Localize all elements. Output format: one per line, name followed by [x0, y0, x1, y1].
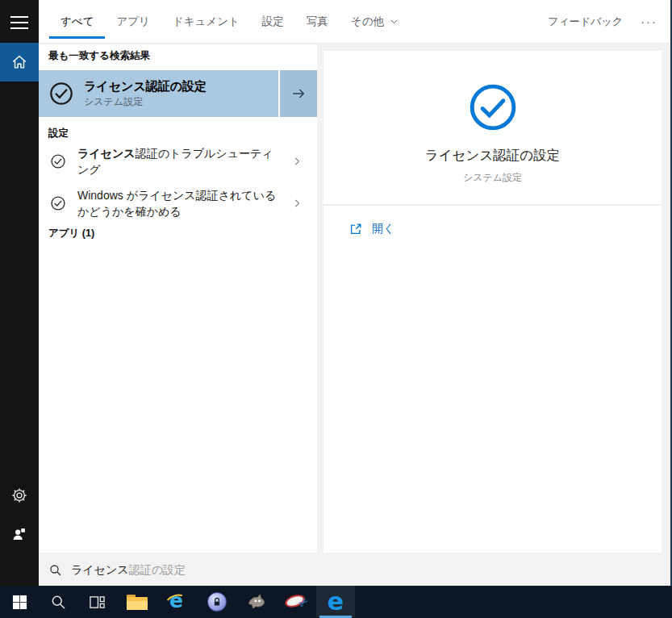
- check-circle-icon: [50, 195, 66, 211]
- tab-all[interactable]: すべて: [49, 0, 105, 43]
- results-panel: 最も一致する検索結果 ライセンス認証の設定 システム設定: [39, 44, 317, 553]
- best-match-title: ライセンス認証の設定: [84, 78, 278, 94]
- check-circle-icon: [50, 153, 66, 169]
- tab-apps-label: アプリ: [116, 15, 149, 29]
- preview-subtitle: システム設定: [323, 171, 662, 185]
- tabs: すべて アプリ ドキュメント 設定 写真 その他: [49, 0, 411, 43]
- tab-apps[interactable]: アプリ: [105, 0, 161, 43]
- tab-documents[interactable]: ドキュメント: [161, 0, 251, 43]
- lock-icon: [207, 592, 227, 612]
- preview-top: ライセンス認証の設定 システム設定: [323, 51, 662, 185]
- user-accounts-icon: [10, 525, 28, 543]
- windows-logo-icon: [12, 595, 27, 610]
- more-options-button[interactable]: ···: [641, 15, 657, 28]
- file-explorer-button[interactable]: [118, 586, 157, 618]
- gear-icon: [10, 486, 28, 504]
- apps-section-header: アプリ (1): [48, 227, 94, 240]
- result-activation-troubleshooting[interactable]: ライセンス認証のトラブルシューティング: [39, 146, 317, 177]
- preview-panel: ライセンス認証の設定 システム設定 開く: [323, 51, 662, 553]
- search-query-text: ライセンス認証の設定: [71, 563, 186, 578]
- edge-icon: e: [328, 590, 344, 614]
- chevron-right-icon: [291, 156, 303, 167]
- best-match-subtitle: システム設定: [84, 95, 278, 109]
- snipping-tool-icon: ✂: [285, 592, 307, 612]
- taskbar-search-button[interactable]: [39, 586, 77, 618]
- chevron-down-icon: [389, 16, 399, 27]
- start-button[interactable]: [0, 586, 39, 618]
- search-icon: [48, 563, 63, 578]
- tab-more-label: その他: [351, 15, 384, 29]
- tab-more[interactable]: その他: [340, 0, 411, 43]
- best-match-header: 最も一致する検索結果: [48, 49, 150, 63]
- task-view-button[interactable]: [77, 586, 116, 618]
- settings-button[interactable]: [0, 476, 39, 515]
- arrow-right-icon: [290, 85, 307, 102]
- feedback-button[interactable]: フィードバック: [548, 15, 623, 29]
- expand-preview-button[interactable]: [278, 70, 317, 117]
- result-label: Windows がライセンス認証されているかどうかを確かめる: [77, 187, 281, 220]
- home-button[interactable]: [0, 43, 39, 81]
- tab-photos-label: 写真: [307, 15, 328, 29]
- hamburger-icon: [10, 12, 28, 33]
- gimp-button[interactable]: [237, 586, 276, 618]
- taskbar: e ✂: [0, 586, 672, 618]
- tab-documents-label: ドキュメント: [173, 15, 240, 29]
- user-accounts-button[interactable]: [0, 515, 39, 553]
- topbar-right: フィードバック ···: [548, 0, 670, 43]
- best-match-result[interactable]: ライセンス認証の設定 システム設定: [39, 70, 317, 117]
- snipping-tool-button[interactable]: ✂: [277, 586, 315, 618]
- tab-settings-label: 設定: [262, 15, 284, 29]
- folder-icon: [127, 595, 148, 610]
- keepass-button[interactable]: [198, 586, 236, 618]
- search-tab-bar: すべて アプリ ドキュメント 設定 写真 その他: [39, 0, 670, 44]
- open-label: 開く: [372, 222, 394, 236]
- activation-check-circle-icon: [468, 82, 518, 132]
- tab-photos[interactable]: 写真: [295, 0, 340, 43]
- check-circle-icon: [48, 81, 74, 106]
- search-window: すべて アプリ ドキュメント 設定 写真 その他: [0, 0, 672, 586]
- settings-section-header: 設定: [48, 127, 69, 140]
- result-label: ライセンス認証のトラブルシューティング: [77, 145, 281, 178]
- tab-all-label: すべて: [61, 15, 94, 29]
- chevron-right-icon: [291, 198, 303, 209]
- result-check-windows-activated[interactable]: Windows がライセンス認証されているかどうかを確かめる: [39, 180, 317, 227]
- search-input[interactable]: ライセンス認証の設定: [39, 555, 670, 586]
- task-view-icon: [89, 594, 106, 611]
- search-icon: [50, 594, 67, 611]
- launch-icon: [349, 222, 363, 236]
- screen: すべて アプリ ドキュメント 設定 写真 その他: [0, 0, 672, 618]
- sidebar: [0, 0, 39, 586]
- best-match-texts: ライセンス認証の設定 システム設定: [84, 78, 278, 110]
- internet-explorer-icon: e: [165, 591, 188, 612]
- active-tab-underline: [49, 36, 105, 39]
- tab-settings[interactable]: 設定: [251, 0, 295, 43]
- preview-title: ライセンス認証の設定: [323, 147, 662, 165]
- hamburger-menu-button[interactable]: [0, 3, 39, 42]
- open-action[interactable]: 開く: [323, 215, 662, 244]
- edge-button[interactable]: e: [316, 586, 355, 618]
- home-icon: [10, 53, 28, 71]
- gimp-icon: [246, 591, 267, 612]
- internet-explorer-button[interactable]: e: [157, 586, 196, 618]
- preview-divider: [323, 204, 662, 206]
